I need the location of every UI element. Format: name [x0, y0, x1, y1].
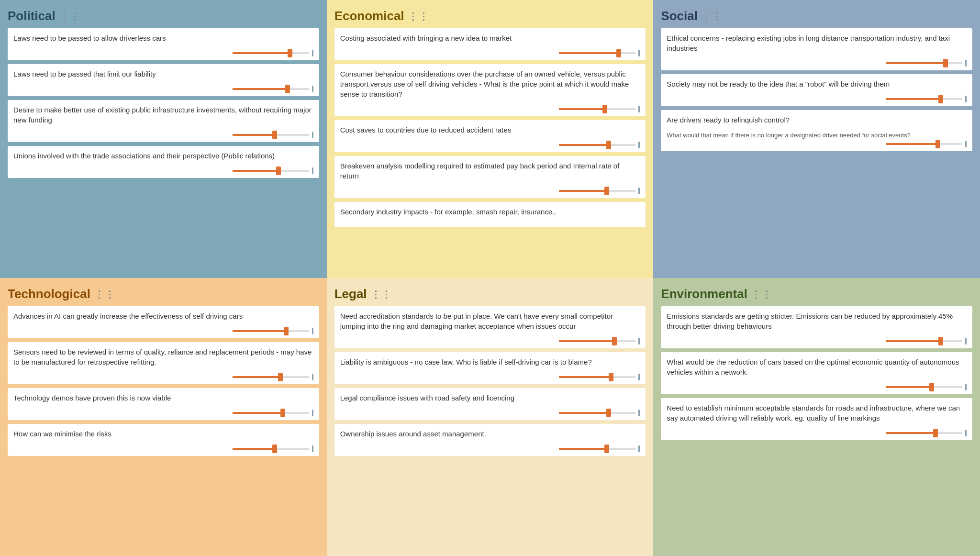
slider-track[interactable] — [559, 376, 635, 378]
card[interactable]: What would be the reduction of cars base… — [661, 352, 972, 394]
slider-track[interactable] — [233, 412, 309, 414]
slider-handle[interactable] — [609, 373, 613, 381]
slider-track[interactable] — [886, 386, 962, 388]
card[interactable]: Ethical concerns - replacing existing jo… — [661, 28, 972, 70]
slider-track[interactable] — [233, 448, 309, 450]
slider-track[interactable] — [886, 143, 962, 145]
slider-container[interactable] — [13, 328, 313, 334]
slider-container[interactable] — [340, 142, 640, 148]
card[interactable]: Secondary industry impacts - for example… — [334, 202, 646, 227]
card[interactable]: Sensors need to be reviewed in terms of … — [8, 342, 319, 384]
section-dots-social[interactable]: ⋮⋮ — [702, 11, 723, 22]
card-text: Technology demos have proven this is now… — [13, 393, 313, 403]
slider-handle[interactable] — [606, 141, 611, 149]
slider-container[interactable] — [667, 60, 967, 67]
slider-handle[interactable] — [288, 49, 292, 57]
slider-track[interactable] — [559, 340, 635, 342]
slider-container[interactable] — [13, 167, 313, 174]
slider-container[interactable] — [340, 410, 640, 416]
slider-handle[interactable] — [284, 327, 289, 335]
slider-container[interactable] — [13, 86, 313, 92]
slider-container[interactable] — [667, 96, 967, 102]
slider-fill — [886, 386, 932, 388]
card[interactable]: Laws need to be passed that limit our li… — [8, 64, 319, 96]
slider-container[interactable] — [667, 430, 967, 436]
slider-container[interactable] — [340, 188, 640, 194]
slider-container[interactable] — [340, 106, 640, 112]
card[interactable]: Legal compliance issues with road safety… — [334, 388, 646, 420]
card[interactable]: Need to establish minimum acceptable sta… — [661, 398, 972, 440]
card[interactable]: Laws need to be passed to allow driverle… — [8, 28, 319, 60]
card[interactable]: Are drivers ready to relinquish control?… — [661, 110, 972, 151]
card[interactable]: Emissions standards are getting stricter… — [661, 306, 972, 348]
slider-handle[interactable] — [612, 337, 617, 345]
slider-track[interactable] — [886, 340, 962, 342]
slider-container[interactable] — [340, 338, 640, 345]
slider-track[interactable] — [233, 134, 309, 136]
card[interactable]: Ownership issues around asset management… — [334, 424, 646, 456]
slider-handle[interactable] — [604, 187, 609, 195]
slider-handle[interactable] — [935, 140, 940, 148]
section-dots-technological[interactable]: ⋮⋮ — [94, 289, 115, 300]
card[interactable]: Desire to make better use of existing pu… — [8, 100, 319, 142]
slider-track[interactable] — [559, 448, 635, 450]
slider-track[interactable] — [559, 108, 635, 110]
card[interactable]: Society may not be ready to the idea tha… — [661, 74, 972, 106]
slider-track[interactable] — [233, 376, 309, 378]
slider-track[interactable] — [559, 144, 635, 146]
slider-end-mark — [312, 50, 313, 56]
slider-track[interactable] — [233, 88, 309, 90]
slider-track[interactable] — [886, 62, 962, 64]
slider-container[interactable] — [340, 374, 640, 380]
slider-track[interactable] — [233, 52, 309, 54]
card[interactable]: Technology demos have proven this is now… — [8, 388, 319, 420]
slider-track[interactable] — [559, 52, 635, 54]
slider-end-mark — [312, 328, 313, 334]
card[interactable]: Cost saves to countries due to reduced a… — [334, 120, 646, 152]
slider-track[interactable] — [233, 330, 309, 332]
slider-handle[interactable] — [285, 85, 290, 93]
slider-track[interactable] — [233, 170, 309, 172]
slider-track[interactable] — [886, 432, 962, 434]
card[interactable]: Breakeven analysis modelling required to… — [334, 156, 646, 198]
slider-end-mark — [312, 374, 313, 380]
section-dots-political[interactable]: ⋮⋮ — [59, 11, 80, 22]
slider-handle[interactable] — [272, 131, 277, 139]
slider-handle[interactable] — [604, 445, 609, 453]
card[interactable]: Need accreditation standards to be put i… — [334, 306, 646, 348]
slider-container[interactable] — [13, 445, 313, 452]
section-dots-legal[interactable]: ⋮⋮ — [371, 289, 392, 300]
slider-container[interactable] — [667, 384, 967, 390]
card[interactable]: Unions involved with the trade associati… — [8, 146, 319, 178]
card[interactable]: Costing associated with bringing a new i… — [334, 28, 646, 60]
slider-handle[interactable] — [933, 429, 938, 437]
card[interactable]: Liability is ambiguous - no case law. Wh… — [334, 352, 646, 384]
slider-track[interactable] — [559, 190, 635, 192]
slider-container[interactable] — [13, 374, 313, 380]
slider-container[interactable] — [13, 410, 313, 416]
slider-container[interactable] — [667, 141, 967, 147]
card[interactable]: How can we minimise the risks — [8, 424, 319, 456]
slider-handle[interactable] — [272, 445, 277, 453]
slider-handle[interactable] — [602, 105, 607, 113]
slider-container[interactable] — [340, 445, 640, 452]
card[interactable]: Advances in AI can greatly increase the … — [8, 306, 319, 338]
slider-handle[interactable] — [278, 373, 283, 381]
slider-handle[interactable] — [943, 59, 948, 67]
slider-track[interactable] — [886, 98, 962, 100]
slider-container[interactable] — [667, 338, 967, 345]
section-dots-environmental[interactable]: ⋮⋮ — [751, 289, 772, 300]
slider-handle[interactable] — [280, 409, 285, 417]
card[interactable]: Consumer behaviour considerations over t… — [334, 64, 646, 116]
slider-track[interactable] — [559, 412, 635, 414]
section-dots-economical[interactable]: ⋮⋮ — [408, 11, 429, 22]
slider-handle[interactable] — [938, 337, 943, 345]
slider-handle[interactable] — [616, 49, 621, 57]
slider-container[interactable] — [13, 50, 313, 56]
slider-container[interactable] — [13, 132, 313, 138]
slider-container[interactable] — [340, 50, 640, 56]
slider-handle[interactable] — [938, 95, 943, 103]
slider-handle[interactable] — [606, 409, 611, 417]
slider-handle[interactable] — [929, 383, 934, 391]
slider-handle[interactable] — [276, 167, 281, 175]
